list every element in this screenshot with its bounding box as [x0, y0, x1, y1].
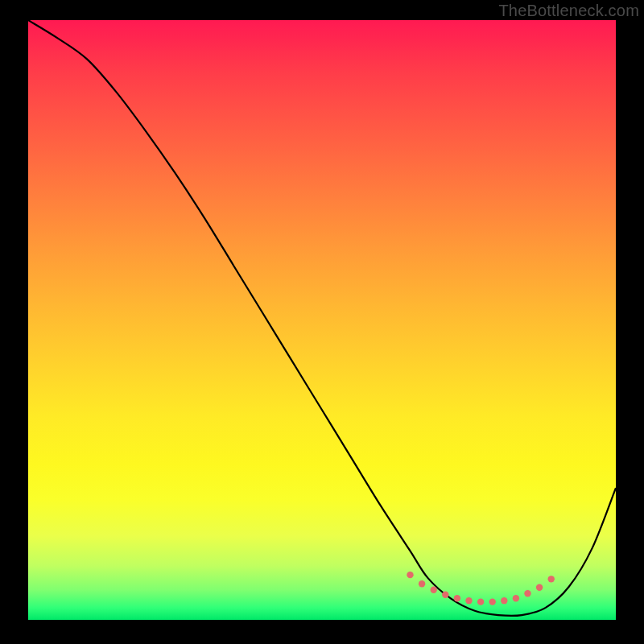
optimum-marker-dot: [501, 597, 507, 604]
chart-svg: [28, 20, 616, 620]
plot-area: [28, 20, 616, 620]
optimum-marker-dot: [407, 572, 413, 578]
optimum-marker-dot: [524, 590, 530, 597]
optimum-marker-dot: [477, 598, 484, 605]
optimum-marker-dot: [431, 587, 437, 593]
optimum-marker-dot: [536, 584, 543, 591]
watermark-text: TheBottleneck.com: [498, 2, 639, 20]
optimum-marker-dot: [465, 597, 472, 604]
plot-frame: [28, 20, 616, 620]
optimum-marker-dot: [442, 592, 448, 598]
optimum-marker-dot: [548, 576, 555, 582]
bottleneck-curve-path: [28, 20, 616, 616]
optimum-marker: [407, 572, 555, 605]
optimum-marker-dot: [513, 595, 519, 601]
optimum-marker-dot: [489, 598, 496, 605]
bottleneck-curve: [28, 20, 616, 616]
optimum-marker-dot: [454, 595, 460, 601]
optimum-marker-dot: [419, 580, 425, 587]
